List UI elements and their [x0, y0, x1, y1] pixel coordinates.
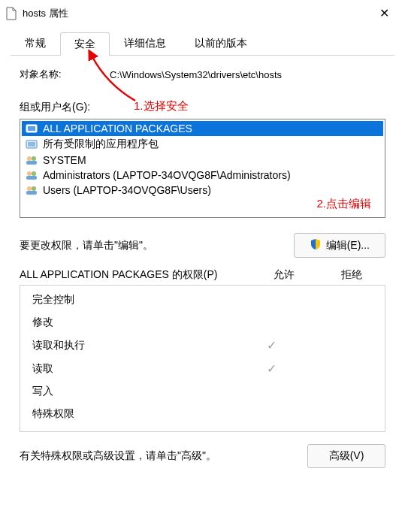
permission-row: 特殊权限	[20, 403, 385, 425]
edit-button-label: 编辑(E)...	[326, 239, 370, 252]
object-name-row: 对象名称: C:\Windows\System32\drivers\etc\ho…	[20, 68, 385, 81]
edit-prompt: 要更改权限，请单击"编辑"。	[20, 239, 294, 252]
advanced-button-label: 高级(V)	[329, 449, 364, 463]
list-item[interactable]: Administrators (LAPTOP-34OVQG8F\Administ…	[22, 168, 383, 183]
permission-row: 写入	[20, 380, 385, 403]
file-icon	[6, 6, 18, 21]
tab-general[interactable]: 常规	[11, 32, 60, 55]
tab-previous-versions[interactable]: 以前的版本	[180, 32, 261, 55]
users-icon	[25, 154, 38, 166]
svg-point-11	[32, 186, 36, 191]
users-icon	[25, 169, 38, 181]
tab-details[interactable]: 详细信息	[110, 32, 180, 55]
list-item-label: SYSTEM	[43, 154, 86, 166]
permission-label: 读取和执行	[32, 339, 237, 352]
svg-point-10	[27, 186, 32, 191]
svg-point-5	[32, 156, 36, 161]
annotation-click-edit: 2.点击编辑	[316, 197, 371, 211]
list-item[interactable]: ALL APPLICATION PACKAGES	[22, 121, 383, 136]
permissions-header: ALL APPLICATION PACKAGES 的权限(P)	[20, 268, 250, 282]
permission-row: 修改	[20, 311, 385, 334]
tabstrip: 常规 安全 详细信息 以前的版本	[11, 32, 394, 56]
advanced-button[interactable]: 高级(V)	[307, 444, 385, 468]
list-item-label: Users (LAPTOP-34OVQG8F\Users)	[43, 184, 211, 196]
permission-label: 特殊权限	[32, 407, 237, 421]
edit-button[interactable]: 编辑(E)...	[294, 233, 385, 258]
window-titlebar: hosts 属性 ✕	[0, 0, 405, 27]
annotation-select-security: 1.选择安全	[134, 99, 189, 113]
svg-rect-9	[26, 176, 37, 180]
shield-icon	[310, 238, 322, 252]
permission-label: 修改	[32, 316, 237, 329]
permission-row: 读取和执行✓	[20, 334, 385, 357]
permission-row: 完全控制	[20, 289, 385, 311]
window-close-button[interactable]: ✕	[369, 3, 399, 24]
object-name-value: C:\Windows\System32\drivers\etc\hosts	[80, 69, 385, 80]
svg-point-8	[32, 171, 36, 176]
advanced-prompt: 有关特殊权限或高级设置，请单击"高级"。	[20, 449, 307, 463]
groups-label: 组或用户名(G):	[20, 101, 385, 114]
permission-label: 读取	[32, 362, 237, 376]
tab-security[interactable]: 安全	[60, 32, 110, 56]
svg-rect-12	[26, 191, 37, 195]
object-name-label: 对象名称:	[20, 68, 80, 81]
permissions-list: 完全控制修改读取和执行✓读取✓写入特殊权限	[20, 285, 385, 432]
permission-row: 读取✓	[20, 357, 385, 380]
column-allow: 允许	[250, 268, 318, 282]
svg-rect-6	[26, 161, 37, 165]
permission-label: 完全控制	[32, 293, 237, 307]
svg-point-4	[27, 156, 32, 161]
list-item-label: ALL APPLICATION PACKAGES	[43, 122, 192, 135]
svg-rect-1	[28, 126, 35, 131]
package-icon	[25, 122, 38, 135]
svg-point-7	[27, 171, 32, 176]
column-deny: 拒绝	[318, 268, 385, 282]
check-icon: ✓	[237, 361, 305, 376]
permission-label: 写入	[32, 385, 237, 398]
list-item[interactable]: Users (LAPTOP-34OVQG8F\Users)	[22, 183, 383, 198]
list-item-label: 所有受限制的应用程序包	[43, 138, 159, 151]
users-icon	[25, 184, 38, 196]
list-item[interactable]: 所有受限制的应用程序包	[22, 136, 383, 153]
list-item[interactable]: SYSTEM	[22, 153, 383, 168]
svg-rect-3	[28, 142, 35, 147]
list-item-label: Administrators (LAPTOP-34OVQG8F\Administ…	[43, 169, 291, 181]
package-icon	[25, 138, 38, 150]
check-icon: ✓	[237, 338, 305, 352]
window-title: hosts 属性	[23, 7, 68, 20]
